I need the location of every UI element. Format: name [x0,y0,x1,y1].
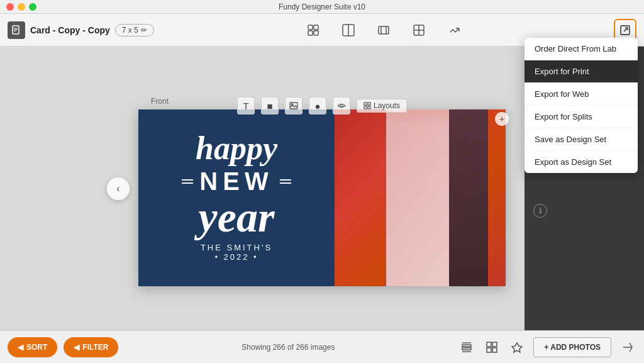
nav-arrow-left[interactable]: ‹ [107,177,130,200]
filter-arrow: ◀ [74,343,79,352]
sort-arrow: ◀ [18,343,23,352]
add-photos-button[interactable]: + ADD PHOTOS [533,337,611,357]
right-lines [280,179,291,184]
share-icon[interactable] [619,338,636,356]
bottom-icon-3[interactable] [508,338,526,356]
hny-year-num-text: • 2022 • [214,252,258,262]
image-tool[interactable] [285,97,303,114]
bottom-icon-1[interactable] [458,338,475,356]
shape-tool[interactable]: ■ [261,97,279,114]
svg-line-21 [624,28,628,31]
window-title: Fundy Designer Suite v10 [279,3,365,11]
hny-new-row: NEW [182,167,291,196]
close-dot[interactable] [6,3,14,11]
front-label: Front [151,97,169,106]
document-title: Card - Copy - Copy [30,25,110,35]
svg-rect-6 [308,31,313,35]
card-right-panel [335,109,506,286]
line1 [182,179,193,181]
info-icon[interactable]: ℹ [533,204,547,218]
dropdown-order-lab[interactable]: Order Direct From Lab [525,38,638,60]
sort-label: SORT [26,343,47,352]
sort-button[interactable]: ◀ SORT [8,337,57,357]
svg-rect-25 [364,103,367,105]
title-bar: Fundy Designer Suite v10 [0,0,644,14]
bride-body [386,109,449,286]
toolbar-icon-2[interactable] [338,20,358,40]
bottom-bar: ◀ SORT ◀ FILTER Showing 266 of 266 image… [0,330,644,363]
svg-rect-26 [368,103,370,105]
maximize-dot[interactable] [29,3,36,11]
filter-button[interactable]: ◀ FILTER [64,337,118,357]
dropdown-save-design[interactable]: Save as Design Set [525,128,638,151]
svg-point-24 [340,104,343,107]
toolbar-icon-4[interactable] [409,20,429,40]
svg-rect-29 [462,345,471,347]
hny-happy-text: happy [196,134,277,164]
minimize-dot[interactable] [18,3,25,11]
export-dropdown: Order Direct From Lab Export for Print E… [525,38,638,173]
svg-rect-4 [308,25,313,30]
eye-tool[interactable] [333,97,350,114]
svg-rect-5 [314,25,318,30]
toolbar-icon-3[interactable] [374,20,394,40]
toolbar-center-icons [154,20,614,40]
couple-photo [335,109,506,286]
layouts-button[interactable]: Layouts [357,99,407,113]
svg-rect-33 [487,342,491,347]
dropdown-export-web[interactable]: Export for Web [525,83,638,106]
svg-rect-10 [379,26,389,34]
svg-rect-35 [487,348,491,352]
layouts-label: Layouts [374,101,400,110]
info-area: ℹ [525,198,644,224]
svg-rect-27 [364,106,367,109]
size-label: 7 x 5 [122,26,138,35]
svg-rect-22 [290,103,297,109]
svg-rect-36 [492,348,497,352]
left-lines [182,179,193,184]
svg-rect-34 [492,342,497,347]
svg-rect-7 [314,31,318,35]
line2 [182,182,193,184]
dropdown-export-design[interactable]: Export as Design Set [525,151,638,173]
toolbar-icon-1[interactable] [303,20,323,40]
bottom-icon-2[interactable] [483,338,501,356]
window-controls [6,3,36,11]
size-badge[interactable]: 7 x 5 ✏ [115,24,154,36]
edit-icon: ✏ [141,26,147,35]
bottom-right-icons: + ADD PHOTOS [458,337,636,357]
svg-rect-30 [462,348,471,350]
dropdown-export-print[interactable]: Export for Print [525,60,638,83]
hny-name-text: THE SMITH'S [201,243,272,252]
card-left-panel: happy NEW year THE SMITH'S • 2022 • [138,109,335,286]
text-tool[interactable]: T [237,97,255,114]
canvas-toolbar: T ■ ● Layouts [237,97,407,114]
line4 [280,182,291,184]
add-panel-button[interactable]: + [495,112,509,126]
line3 [280,179,291,181]
toolbar-left: Card - Copy - Copy 7 x 5 ✏ [8,21,154,39]
toolbar-icon-5[interactable] [444,20,464,40]
filter-label: FILTER [82,343,108,352]
hny-year-text: year [199,199,275,236]
svg-marker-37 [512,343,522,352]
dropdown-export-splits[interactable]: Export for Splits [525,106,638,128]
svg-rect-28 [368,106,370,109]
hny-new-text: NEW [199,167,273,196]
showing-text: Showing 266 of 266 images [125,343,452,352]
card-preview: happy NEW year THE SMITH'S • 2022 • [138,109,506,286]
mask-tool[interactable]: ● [309,97,326,114]
document-icon [8,21,25,39]
